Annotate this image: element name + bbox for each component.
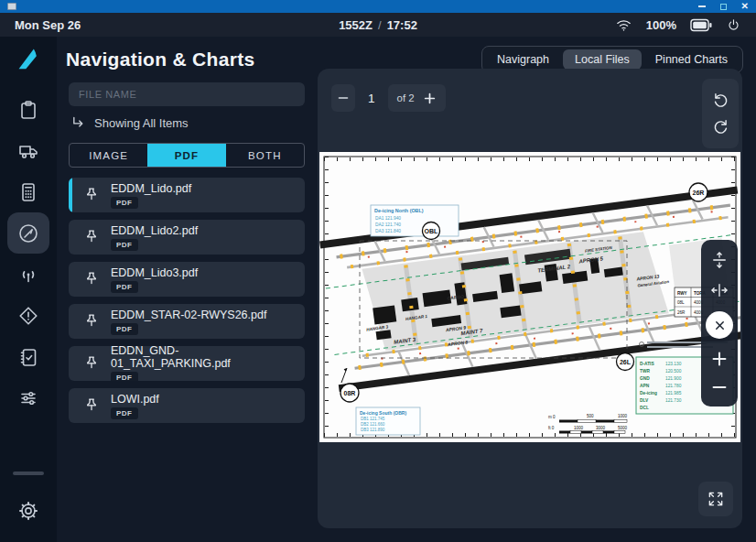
- close-icon: [714, 320, 726, 331]
- filter-pdf-tab[interactable]: PDF: [147, 144, 225, 167]
- fullscreen-icon: [707, 490, 725, 508]
- deicing-south-box: De-icing South (OBR) DB1 121.745 DB2 121…: [356, 407, 420, 435]
- pin-icon: [82, 396, 101, 415]
- file-list-item[interactable]: EDDM_Lido3.pdfPDF: [69, 262, 305, 297]
- pin-icon: [82, 186, 101, 204]
- zoom-in-icon[interactable]: [711, 351, 728, 367]
- warning-diamond-icon: [17, 305, 39, 327]
- clipboard-icon: [17, 99, 39, 121]
- rotate-ccw-icon[interactable]: [711, 91, 730, 110]
- sidebar-item-calculator[interactable]: [7, 171, 49, 212]
- pdf-chart-viewport[interactable]: TERMINAL 2 APRON 5 FIRE STATION CARGO HA…: [319, 152, 740, 442]
- sidebar: [0, 37, 57, 542]
- window-maximize-button[interactable]: [720, 4, 727, 10]
- svg-text:De-icing North (OBL): De-icing North (OBL): [374, 208, 424, 213]
- rotate-cw-icon[interactable]: [711, 117, 730, 136]
- svg-text:D-ATIS: D-ATIS: [640, 362, 654, 366]
- file-list-item[interactable]: EDDN_GND-01_TAXI_PARKING.pdfPDF: [69, 346, 305, 381]
- compass-icon: [17, 222, 39, 244]
- tab-pinned-charts[interactable]: Pinned Charts: [643, 49, 740, 70]
- svg-text:08R: 08R: [344, 390, 356, 396]
- calculator-icon: [17, 181, 39, 203]
- deicing-north-box: De-icing North (OBL) DA1 121.940 DA2 121…: [371, 205, 459, 236]
- svg-text:120.500: 120.500: [665, 369, 682, 374]
- file-name: EDDM_Lido2.pdf: [111, 224, 198, 237]
- sidebar-item-radios[interactable]: [7, 254, 49, 295]
- antenna-icon: [17, 264, 39, 286]
- svg-text:DB3 121.890: DB3 121.890: [361, 428, 385, 432]
- fit-width-icon[interactable]: [710, 281, 729, 299]
- rotate-controls: [702, 79, 739, 148]
- sidebar-item-settings[interactable]: [7, 490, 49, 531]
- page-of-label: of: [397, 92, 406, 103]
- gear-icon: [17, 500, 39, 522]
- file-list-item[interactable]: EDDM_Lido.pdfPDF: [69, 178, 305, 212]
- filter-image-tab[interactable]: IMAGE: [70, 144, 147, 167]
- pin-icon: [82, 354, 101, 373]
- file-list-item[interactable]: EDDM_STAR-02-RWYS26.pdfPDF: [69, 304, 305, 339]
- window-titlebar: ✕: [0, 0, 756, 13]
- sidebar-item-alerts[interactable]: [7, 295, 49, 336]
- page-total: 2: [408, 92, 414, 103]
- file-name: EDDM_STAR-02-RWYS26.pdf: [111, 309, 266, 321]
- fullscreen-button[interactable]: [698, 482, 733, 516]
- close-preview-button[interactable]: [706, 311, 733, 339]
- svg-text:ft 0: ft 0: [548, 426, 555, 430]
- page-increment-button[interactable]: [423, 92, 437, 105]
- current-page-number: 1: [368, 92, 375, 105]
- sidebar-item-ground-services[interactable]: [7, 130, 49, 171]
- svg-text:3000: 3000: [596, 426, 606, 430]
- file-type-badge: PDF: [111, 197, 138, 209]
- svg-text:121.780: 121.780: [665, 384, 682, 388]
- app-logo-icon: [15, 46, 42, 74]
- tab-local-files[interactable]: Local Files: [563, 49, 642, 70]
- showing-all-items-label: Showing All Items: [94, 116, 189, 130]
- svg-text:121.900: 121.900: [665, 376, 682, 381]
- svg-text:121.730: 121.730: [665, 398, 682, 403]
- svg-text:DB2 121.660: DB2 121.660: [361, 422, 385, 427]
- zoom-out-icon[interactable]: [711, 379, 728, 396]
- sliders-icon: [17, 387, 39, 409]
- svg-text:500: 500: [587, 414, 594, 418]
- wifi-icon: [615, 17, 632, 32]
- sidebar-item-filters[interactable]: [7, 377, 49, 418]
- svg-text:121.985: 121.985: [665, 391, 682, 396]
- file-list-item[interactable]: LOWI.pdfPDF: [69, 388, 305, 423]
- window-app-icon: [7, 3, 16, 10]
- svg-text:08L: 08L: [677, 300, 685, 305]
- fit-height-icon[interactable]: [710, 251, 729, 269]
- svg-text:1000: 1000: [574, 426, 584, 430]
- pin-icon: [82, 228, 101, 246]
- notebook-check-icon: [17, 346, 39, 368]
- status-time-utc: 1552Z: [339, 18, 373, 32]
- window-close-button[interactable]: ✕: [741, 2, 749, 11]
- page-decrement-button[interactable]: [331, 84, 355, 112]
- svg-text:DA3 121.840: DA3 121.840: [375, 229, 401, 233]
- branch-arrow-icon: [70, 115, 86, 131]
- file-name-search-input[interactable]: [69, 82, 305, 106]
- svg-text:DB1 121.745: DB1 121.745: [361, 417, 385, 421]
- file-name: LOWI.pdf: [111, 393, 159, 406]
- pin-icon: [82, 270, 101, 288]
- sidebar-item-checklist[interactable]: [7, 89, 49, 130]
- airport-chart-svg: TERMINAL 2 APRON 5 FIRE STATION CARGO HA…: [319, 152, 740, 442]
- power-icon[interactable]: [726, 17, 741, 33]
- svg-text:GND: GND: [640, 376, 650, 381]
- chart-zoom-toolbar: [701, 240, 738, 406]
- sidebar-item-logbook[interactable]: [7, 336, 49, 377]
- minus-icon: [337, 92, 350, 104]
- sidebar-item-navigation[interactable]: [7, 212, 49, 254]
- svg-text:De-icing: De-icing: [640, 391, 657, 396]
- filter-both-tab[interactable]: BOTH: [226, 144, 304, 167]
- file-list-item[interactable]: EDDM_Lido2.pdfPDF: [69, 220, 305, 255]
- svg-text:RWY: RWY: [677, 291, 687, 296]
- svg-text:De-icing South (OBR): De-icing South (OBR): [360, 410, 406, 416]
- pin-icon: [82, 312, 101, 331]
- tab-navigraph[interactable]: Navigraph: [485, 49, 561, 70]
- svg-text:OBL: OBL: [425, 228, 439, 234]
- status-time-separator: /: [373, 18, 387, 32]
- window-minimize-button[interactable]: [698, 5, 706, 7]
- file-type-badge: PDF: [111, 407, 138, 419]
- svg-text:m 0: m 0: [548, 415, 556, 419]
- status-date: Mon Sep 26: [15, 18, 81, 32]
